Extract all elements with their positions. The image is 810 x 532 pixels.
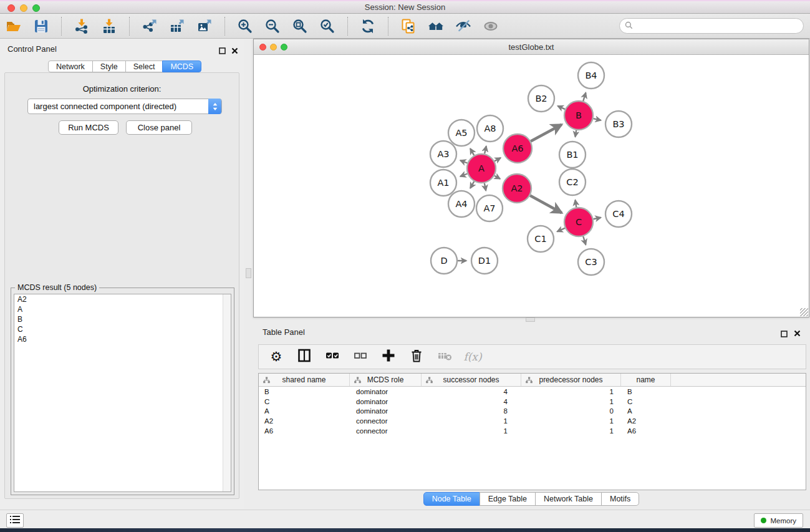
export-network-button[interactable]	[140, 16, 160, 36]
graph-edge-B-B1[interactable]	[576, 130, 577, 137]
column-header-predecessor-nodes[interactable]: predecessor nodes	[521, 374, 621, 386]
control-panel: Control Panel NetworkStyleSelectMCDS Opt…	[0, 39, 244, 510]
graph-edge-A-A4[interactable]	[470, 181, 474, 188]
open-file-button[interactable]	[4, 16, 24, 36]
graph-edge-A-A7[interactable]	[485, 183, 486, 191]
graph-edge-A-A8[interactable]	[485, 146, 486, 153]
zoom-in-button[interactable]	[235, 16, 255, 36]
mcds-result-item[interactable]: A	[14, 304, 231, 314]
close-panel-button[interactable]: Close panel	[126, 120, 192, 135]
refresh-button[interactable]	[358, 16, 378, 36]
export-image-icon	[196, 18, 213, 34]
column-header-MCDS-role[interactable]: MCDS role	[350, 374, 422, 386]
graph-edge-C-C1[interactable]	[557, 228, 566, 232]
float-table-panel-icon[interactable]	[781, 329, 788, 340]
delete-button[interactable]	[408, 349, 425, 365]
table-row[interactable]: Bdominator41B	[259, 387, 806, 397]
table-panel-title: Table Panel	[263, 327, 305, 337]
duplicate-network-button[interactable]	[398, 16, 418, 36]
optimization-select[interactable]: largest connected component (directed)	[27, 99, 222, 114]
table-row[interactable]: A6connector11A6	[259, 426, 806, 436]
mcds-result-item[interactable]: C	[14, 324, 231, 334]
close-table-panel-icon[interactable]	[794, 328, 801, 339]
select-all-button[interactable]	[324, 349, 340, 365]
graph-node-label: A1	[437, 178, 449, 188]
show-all-button[interactable]	[481, 16, 501, 36]
tab-network-table[interactable]: Network Table	[535, 492, 602, 506]
tab-edge-table[interactable]: Edge Table	[480, 492, 536, 506]
tab-mcds[interactable]: MCDS	[162, 60, 201, 72]
graph-edge-C-C3[interactable]	[583, 236, 586, 244]
tab-network[interactable]: Network	[48, 60, 93, 72]
column-header-shared-name[interactable]: shared name	[259, 374, 350, 386]
run-mcds-button[interactable]: Run MCDS	[59, 120, 118, 135]
graph-edge-A2-C[interactable]	[530, 196, 562, 213]
graph-node-label: B1	[566, 150, 578, 160]
graph-node-label: C	[576, 217, 582, 227]
import-network-button[interactable]	[72, 16, 92, 36]
import-table-button[interactable]	[99, 16, 119, 36]
graph-node-label: B3	[612, 119, 624, 129]
graph-edge-A-A2[interactable]	[494, 176, 500, 179]
zoom-out-button[interactable]	[263, 16, 282, 36]
graph-edge-A6-B[interactable]	[531, 125, 562, 142]
tab-select[interactable]: Select	[125, 60, 163, 72]
table-settings-button[interactable]: ⚙	[268, 349, 284, 365]
close-panel-icon[interactable]	[231, 46, 238, 57]
network-window-titlebar[interactable]: testGlobe.txt	[254, 39, 809, 55]
float-panel-icon[interactable]	[219, 46, 226, 57]
save-session-icon	[33, 18, 49, 34]
network-canvas[interactable]: AA1A2A3A4A5A6A7A8BB1B2B3B4CC1C2C3C4DD1	[254, 55, 809, 319]
home-layout-button[interactable]	[426, 16, 446, 36]
column-header-successor-nodes[interactable]: successor nodes	[422, 374, 521, 386]
task-history-button[interactable]	[6, 513, 24, 528]
tab-motifs[interactable]: Motifs	[601, 492, 639, 506]
save-session-button[interactable]	[31, 16, 51, 36]
search-input[interactable]	[636, 21, 792, 31]
network-graph[interactable]: AA1A2A3A4A5A6A7A8BB1B2B3B4CC1C2C3C4DD1	[254, 55, 809, 317]
graph-edge-C-C2[interactable]	[576, 200, 577, 208]
zoom-selected-button[interactable]	[317, 16, 337, 36]
tab-style[interactable]: Style	[92, 60, 126, 72]
mcds-panel: Optimization criterion: largest connecte…	[4, 72, 239, 499]
memory-label: Memory	[770, 517, 796, 525]
table-row[interactable]: Cdominator41C	[259, 397, 806, 407]
column-header-name[interactable]: name	[621, 374, 671, 386]
graph-node-label: B2	[535, 94, 547, 104]
table-cell: 1	[422, 427, 521, 435]
table-body: Bdominator41BCdominator41CAdominator80AA…	[259, 387, 806, 436]
export-image-button[interactable]	[195, 16, 215, 36]
deselect-all-button[interactable]	[352, 349, 369, 365]
mcds-result-scrollbar[interactable]	[223, 294, 231, 491]
destroy-table-icon	[437, 348, 452, 365]
export-table-button[interactable]	[167, 16, 187, 36]
table-row[interactable]: A2connector11A2	[259, 416, 806, 426]
graph-edge-A-A6[interactable]	[494, 158, 501, 161]
column-visibility-button[interactable]	[296, 349, 312, 365]
table-cell: 1	[521, 417, 621, 425]
graph-edge-A-A3[interactable]	[460, 160, 467, 163]
vertical-splitter-handle[interactable]	[246, 268, 251, 278]
add-column-button[interactable]	[380, 349, 397, 365]
graph-edge-B-B4[interactable]	[583, 93, 586, 101]
graph-edge-A-A1[interactable]	[460, 174, 467, 177]
table-row[interactable]: Adominator80A	[259, 407, 806, 417]
graph-edge-B-B3[interactable]	[593, 118, 600, 120]
mcds-result-item[interactable]: A6	[14, 334, 231, 344]
hide-selected-button[interactable]	[453, 16, 473, 36]
mcds-result-item[interactable]: B	[14, 314, 231, 324]
search-field[interactable]	[619, 18, 804, 34]
memory-button[interactable]: Memory	[754, 513, 803, 528]
zoom-fit-button[interactable]	[290, 16, 310, 36]
toolbar-separator	[129, 17, 130, 36]
graph-edge-C-C4[interactable]	[594, 218, 601, 219]
column-visibility-icon	[297, 348, 312, 365]
graph-edge-A-A5[interactable]	[470, 148, 474, 155]
table-cell: 1	[521, 398, 621, 405]
graph-edge-B-B2[interactable]	[557, 106, 565, 109]
resize-grip[interactable]	[800, 308, 808, 316]
mcds-result-item[interactable]: A2	[14, 294, 231, 304]
horizontal-splitter-handle[interactable]	[526, 317, 535, 322]
graph-node-label: A8	[484, 123, 496, 133]
tab-node-table[interactable]: Node Table	[423, 492, 480, 506]
